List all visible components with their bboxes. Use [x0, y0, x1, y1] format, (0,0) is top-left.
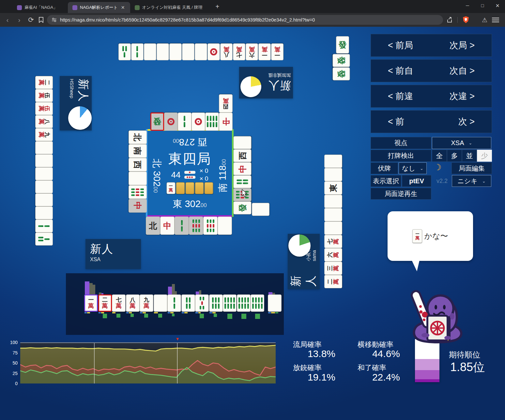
dahai-option-normal[interactable]: 並 — [462, 150, 477, 162]
west-player-hand: 八萬七萬六萬一萬一萬 — [118, 43, 283, 60]
maximize-button[interactable]: □ — [475, 0, 490, 11]
dahai-option-many[interactable]: 多 — [447, 150, 462, 162]
hand-tile-cell[interactable] — [223, 294, 237, 312]
mahjong-tile-1m[interactable]: 一萬 — [84, 294, 98, 312]
hand-tile-cell[interactable]: 八萬 — [126, 294, 140, 312]
mahjong-tile-7m[interactable]: 七萬 — [112, 294, 126, 312]
site-settings-icon[interactable] — [52, 18, 57, 22]
mahjong-tile-4p — [233, 136, 251, 149]
new-tab-button[interactable]: + — [216, 3, 220, 10]
menu-icon[interactable] — [492, 17, 499, 22]
prev-self-button[interactable]: < 前自 — [388, 65, 413, 77]
mahjong-tile-2s — [178, 112, 191, 131]
hand-tile-cell[interactable]: 七萬 — [112, 294, 126, 312]
mahjong-tile-9p — [218, 217, 232, 235]
rank-bar-segment — [415, 370, 439, 379]
mahjong-tile-2m[interactable]: 二萬 — [98, 294, 112, 312]
dahai-option-all[interactable]: 全 — [432, 150, 447, 162]
mahjong-tile-6m: 六萬 — [246, 43, 258, 60]
viewpoint-select[interactable]: XSA⌄ — [432, 137, 491, 149]
naga-comment-bubble: 一萬 かな〜 — [388, 211, 473, 261]
fuse-select[interactable]: なし⌄ — [399, 162, 427, 174]
dahai-detect-label: 打牌検出 — [371, 150, 431, 162]
mahjong-tile-8s[interactable] — [223, 294, 237, 312]
mahjong-tile-8s — [205, 112, 219, 131]
tenhou-tab-icon — [135, 5, 140, 10]
board-edit-button[interactable]: 局面編集 — [451, 162, 492, 174]
mahjong-tile-5s[interactable] — [195, 294, 209, 312]
mahjong-tile-4s — [233, 175, 251, 188]
tab-naga-report[interactable]: NAGA解析レポート ✕ — [68, 2, 130, 13]
next-self-button[interactable]: 次自 > — [450, 65, 475, 77]
mahjong-tile-8p — [35, 193, 53, 206]
round-label: 東四局 — [168, 150, 211, 168]
west-discard-pile-row2: 四萬 — [219, 94, 233, 112]
next-diff-button[interactable]: 次違 > — [450, 90, 475, 102]
mahjong-tile-7p[interactable] — [154, 294, 167, 312]
mahjong-tile-9m[interactable]: 九萬 — [140, 294, 153, 312]
url-text[interactable]: https://naga.dmv.nico/htmls/c7b6590c1245… — [60, 17, 315, 22]
hand-tile-cell[interactable] — [195, 294, 209, 312]
mahjong-tile-C: 中 — [233, 162, 251, 175]
reverse-play-button[interactable]: 局面逆再生 — [371, 188, 431, 200]
share-icon[interactable] — [446, 17, 453, 23]
score-east: 東 30200 — [173, 198, 207, 211]
mahjong-tile-9p — [35, 206, 53, 219]
mahjong-tile-8s[interactable] — [251, 294, 264, 312]
mahjong-tile-F: 發 — [332, 54, 350, 67]
mahjong-tile-N: 北 — [129, 130, 147, 144]
warning-icon[interactable]: ⚠ — [482, 16, 487, 24]
prev-kyoku-button[interactable]: < 前局 — [388, 39, 413, 51]
tab-naga-home[interactable]: 麻雀AI「NAGA」 — [12, 2, 68, 13]
dahai-option-few[interactable]: 少 — [477, 150, 492, 162]
naga-tab-icon — [72, 5, 77, 10]
hand-tile-cell[interactable] — [268, 294, 282, 312]
hand-tile-cell[interactable] — [181, 294, 195, 312]
naga-comment-text: かな〜 — [424, 231, 448, 241]
mahjong-tile-8s[interactable] — [237, 294, 251, 312]
hand-tile-cell[interactable]: 九萬 — [140, 294, 153, 312]
engine-select[interactable]: ニシキ⌄ — [452, 175, 491, 187]
reload-icon[interactable]: ⟳ — [27, 16, 35, 24]
hand-tile-cell[interactable] — [154, 294, 167, 312]
url-bar[interactable]: https://naga.dmv.nico/htmls/c7b6590c1245… — [47, 15, 443, 25]
hand-tile-cell[interactable] — [167, 294, 181, 312]
prev-diff-button[interactable]: < 前違 — [388, 90, 413, 102]
mahjong-tile-8m[interactable]: 八萬 — [126, 294, 140, 312]
mahjong-tile-0p — [169, 43, 182, 60]
mahjong-tile-6p[interactable] — [268, 294, 282, 312]
nav-step-buttons: < 前 次 > — [371, 110, 492, 133]
mahjong-tile-6s[interactable] — [209, 294, 223, 312]
brave-shield-icon[interactable] — [462, 16, 469, 24]
forward-icon[interactable]: › — [15, 16, 23, 24]
mahjong-tile-W: 西 — [129, 158, 147, 172]
mahjong-tile-E: 東 — [324, 181, 342, 195]
hand-tile-cell[interactable] — [209, 294, 223, 312]
mahjong-tile-4s[interactable] — [181, 294, 195, 312]
stat-ryukyoku-value: 13.8% — [293, 348, 335, 359]
next-button[interactable]: 次 > — [458, 116, 475, 128]
mahjong-tile-S: 南 — [129, 144, 147, 158]
mahjong-tile-W: 西 — [233, 149, 251, 162]
bookmark-icon[interactable] — [38, 17, 44, 23]
east-hand-tiles: 一萬二萬七萬八萬九萬 — [84, 294, 282, 312]
tab-tenhou[interactable]: オンライン対戦麻雀 天鳳 / 牌理 — [130, 2, 212, 13]
hand-tile-cell[interactable]: 一萬 — [84, 294, 98, 312]
night-mode-icon[interactable]: ☽ — [434, 162, 441, 172]
close-button[interactable]: × — [490, 0, 505, 11]
hand-tile-cell[interactable]: 二萬 — [98, 294, 112, 312]
graph-position-marker: ▼ — [176, 337, 180, 341]
prev-button[interactable]: < 前 — [388, 116, 404, 128]
hand-tile-cell[interactable] — [251, 294, 264, 312]
hand-tile-cell[interactable] — [237, 294, 251, 312]
mahjong-tile-hidden — [176, 182, 185, 194]
mahjong-tile-2s[interactable] — [167, 294, 181, 312]
toolbar-right: ⚠ — [446, 16, 502, 24]
next-kyoku-button[interactable]: 次局 > — [450, 39, 475, 51]
back-icon[interactable]: ‹ — [3, 16, 12, 24]
ptev-button[interactable]: ptEV — [402, 175, 431, 187]
mahjong-tile-5p — [324, 221, 342, 235]
minimize-button[interactable]: ─ — [460, 0, 475, 11]
tab-title: NAGA解析レポート — [80, 5, 118, 10]
tab-close-icon[interactable]: ✕ — [120, 5, 126, 10]
